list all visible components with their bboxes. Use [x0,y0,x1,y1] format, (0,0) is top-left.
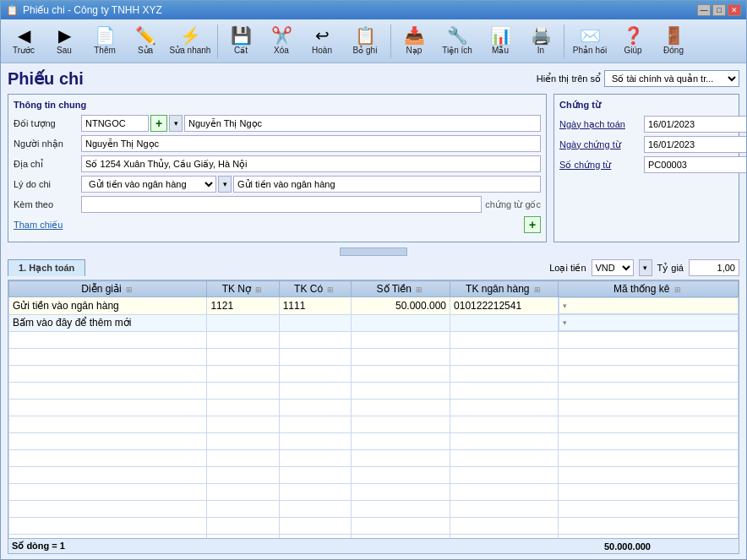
cell-empty[interactable] [351,349,450,366]
doi-tuong-add-button[interactable]: + [150,115,167,132]
cell-empty[interactable] [279,349,351,366]
loai-tien-dropdown[interactable]: ▾ [639,259,652,276]
cell-empty[interactable] [450,433,559,450]
cell-empty[interactable] [9,332,207,349]
cell-empty[interactable] [207,467,279,484]
cell-empty[interactable] [279,332,351,349]
ngay-hach-toan-input[interactable] [644,116,746,133]
ly-do-text-input[interactable] [233,176,541,193]
close-button[interactable]: ✕ [728,4,741,16]
cell-empty[interactable] [450,518,559,535]
toolbar-cancel[interactable]: ↩ Hoàn [303,24,341,57]
cell-empty[interactable] [351,518,450,535]
cell-empty[interactable] [9,450,207,467]
nguoi-nhan-input[interactable] [81,135,541,152]
cell-empty[interactable] [558,349,738,366]
cell-tk-ngan-hang[interactable] [450,314,559,332]
ly-do-select[interactable]: Gửi tiền vào ngân hàng [81,176,216,193]
cell-empty[interactable] [207,416,279,433]
cell-tk-no[interactable]: 1121 [207,297,279,315]
cell-empty[interactable] [558,416,738,433]
col-tk-no[interactable]: TK Nợ ⊞ [207,281,279,297]
table-row[interactable]: Bấm vào đây để thêm mới ▾ [9,314,739,332]
cell-tk-ngan-hang[interactable]: 010122212541 [450,297,559,315]
cell-empty[interactable] [450,349,559,366]
ly-do-dropdown-button[interactable]: ▾ [218,176,232,193]
cell-empty[interactable] [558,501,738,518]
cell-empty[interactable] [9,416,207,433]
cell-ma-thong-ke[interactable]: ▾ [559,314,739,331]
cell-empty[interactable] [207,518,279,535]
ma-thong-ke-resize[interactable]: ⊞ [673,285,683,294]
toolbar-template[interactable]: 📊 Mẫu [481,24,520,57]
ty-gia-input[interactable] [689,259,739,276]
col-ma-thong-ke[interactable]: Mã thống kê ⊞ [558,281,738,297]
kem-theo-input[interactable] [81,196,482,213]
cell-empty[interactable] [207,383,279,400]
minimize-button[interactable]: — [697,4,711,16]
toolbar-close[interactable]: 🚪 Đóng [654,24,693,57]
ngay-chung-tu-input[interactable] [644,136,746,153]
cell-empty[interactable] [9,501,207,518]
maximize-button[interactable]: □ [712,4,726,16]
doi-tuong-name-input[interactable] [184,115,541,132]
doi-tuong-code-input[interactable] [81,115,149,132]
ngay-hach-toan-label[interactable]: Ngày hạch toán [559,119,644,130]
cell-empty[interactable] [279,433,351,450]
cell-empty[interactable] [207,484,279,501]
cell-empty[interactable] [351,416,450,433]
cell-empty[interactable] [558,383,738,400]
table-row-empty[interactable] [9,416,739,433]
toolbar-unrecord[interactable]: 📋 Bỏ ghi [343,24,387,57]
toolbar-cut[interactable]: 💾 Cất [221,24,260,57]
cell-empty[interactable] [558,332,738,349]
table-row-empty[interactable] [9,400,739,416]
cell-empty[interactable] [9,349,207,366]
toolbar-add[interactable]: 📄 Thêm [85,24,124,57]
toolbar-help[interactable]: ❓ Giúp [613,24,652,57]
toolbar-delete[interactable]: ✂️ Xóa [262,24,301,57]
so-tien-resize[interactable]: ⊞ [414,285,424,294]
table-row-empty[interactable] [9,433,739,450]
cell-empty[interactable] [351,484,450,501]
cell-empty[interactable] [450,484,559,501]
tab-hach-toan[interactable]: 1. Hạch toán [8,259,85,276]
cell-tk-co[interactable] [279,314,351,332]
table-row-empty[interactable] [9,383,739,400]
cell-empty[interactable] [351,332,450,349]
cell-empty[interactable] [279,518,351,535]
cell-empty[interactable] [558,366,738,383]
cell-empty[interactable] [351,433,450,450]
tk-ngan-hang-resize[interactable]: ⊞ [532,285,543,294]
toolbar-feedback[interactable]: ✉️ Phản hồi [568,24,612,57]
cell-empty[interactable] [558,450,738,467]
cell-empty[interactable] [9,433,207,450]
toolbar-quick-edit[interactable]: ⚡ Sửa nhanh [166,24,214,57]
toolbar-print[interactable]: 🖨️ In [521,24,560,57]
cell-empty[interactable] [450,450,559,467]
horizontal-scrollbar[interactable] [340,247,407,256]
cell-empty[interactable] [9,484,207,501]
doi-tuong-dropdown-button[interactable]: ▾ [169,115,183,132]
toolbar-utilities[interactable]: 🔧 Tiện ích [435,24,479,57]
toolbar-edit[interactable]: ✏️ Sửa [126,24,165,57]
toolbar-forward[interactable]: ▶ Sau [45,24,84,57]
cell-empty[interactable] [351,450,450,467]
table-row-empty[interactable] [9,366,739,383]
so-chung-tu-input[interactable] [644,156,746,173]
cell-empty[interactable] [351,467,450,484]
cell-tk-co[interactable]: 1111 [279,297,351,315]
cell-empty[interactable] [351,400,450,416]
cell-empty[interactable] [558,433,738,450]
cell-tk-no[interactable] [207,314,279,332]
cell-dien-giai[interactable]: Bấm vào đây để thêm mới [9,314,207,332]
display-select[interactable]: Số tài chính và quản tr... [604,70,739,87]
col-tk-co[interactable]: TK Có ⊞ [279,281,351,297]
cell-empty[interactable] [279,484,351,501]
ngay-chung-tu-label[interactable]: Ngày chứng từ [559,139,644,150]
table-row-empty[interactable] [9,349,739,366]
table-row-empty[interactable] [9,467,739,484]
col-so-tien[interactable]: Số Tiền ⊞ [351,281,450,297]
cell-so-tien[interactable]: 50.000.000 [351,297,450,315]
cell-empty[interactable] [279,400,351,416]
